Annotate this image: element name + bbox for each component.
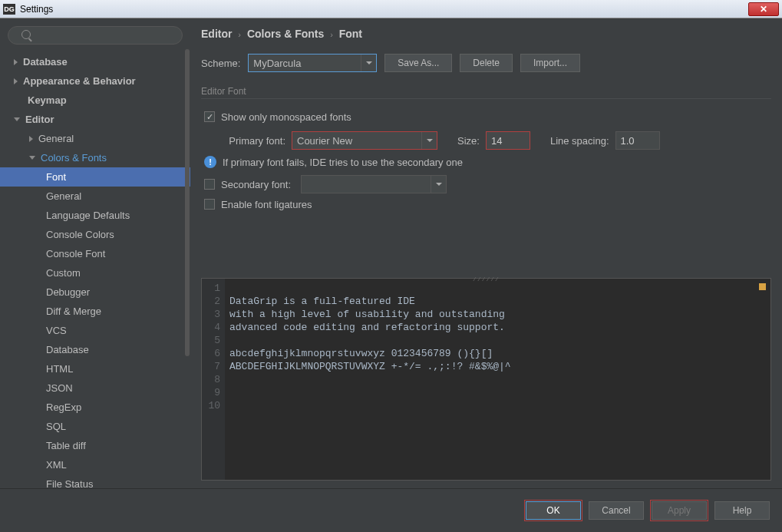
sidebar-item-file-status[interactable]: File Status [0, 474, 190, 488]
resize-handle-icon[interactable]: ////// [473, 276, 500, 283]
sidebar-item-label: XML [46, 459, 67, 471]
import-button[interactable]: Import... [520, 54, 580, 72]
save-as-button[interactable]: Save As... [384, 54, 452, 72]
main-panel: Editor › Colors & Fonts › Font Scheme: M… [190, 18, 782, 488]
size-label: Size: [457, 135, 480, 147]
sidebar-item-database[interactable]: Database [0, 52, 190, 71]
sidebar-item-sql[interactable]: SQL [0, 417, 190, 436]
secondary-font-select[interactable] [301, 175, 447, 193]
preview-code[interactable]: DataGrip is a full-featured IDE with a h… [225, 279, 770, 480]
sidebar-item-table-diff[interactable]: Table diff [0, 436, 190, 455]
breadcrumb: Editor › Colors & Fonts › Font [201, 28, 771, 40]
settings-tree: Database Appearance & Behavior Keymap Ed… [0, 52, 190, 488]
button-label: Delete [473, 58, 500, 68]
line-number: 1 [202, 282, 220, 295]
sidebar-item-label: Console Colors [46, 229, 114, 240]
sidebar-item-console-font[interactable]: Console Font [0, 244, 190, 263]
dropdown-icon [421, 132, 437, 149]
line-number: 8 [202, 373, 220, 386]
sidebar-item-label: Diff & Merge [46, 306, 101, 317]
sidebar-item-custom[interactable]: Custom [0, 263, 190, 283]
button-label: Help [733, 505, 752, 516]
primary-font-value: Courier New [297, 135, 352, 147]
line-number: 3 [202, 308, 220, 321]
line-number: 5 [202, 334, 220, 347]
breadcrumb-sep: › [238, 30, 241, 39]
scheme-value: MyDarcula [253, 58, 301, 69]
sidebar-item-debugger[interactable]: Debugger [0, 283, 190, 302]
chevron-down-icon [29, 156, 35, 160]
ok-button[interactable]: OK [526, 501, 581, 520]
breadcrumb-sep: › [330, 30, 333, 39]
sidebar-item-label: Debugger [46, 286, 90, 298]
cancel-button[interactable]: Cancel [589, 501, 644, 520]
chevron-down-icon [14, 117, 20, 121]
chevron-right-icon [14, 59, 18, 65]
size-value: 14 [491, 135, 502, 147]
sidebar-item-label: Language Defaults [46, 210, 130, 221]
sidebar-item-label: Font [46, 171, 66, 183]
sidebar-item-colors-fonts[interactable]: Colors & Fonts [0, 148, 190, 167]
preview-gutter: 1 2 3 4 5 6 7 8 9 10 [202, 279, 225, 480]
code-line: with a high level of usability and outst… [229, 309, 505, 320]
sidebar-item-language-defaults[interactable]: Language Defaults [0, 206, 190, 225]
sidebar-item-general[interactable]: General [0, 129, 190, 148]
code-line: ABCDEFGHIJKLMNOPQRSTUVWXYZ +-*/= .,;:!? … [229, 361, 511, 372]
sidebar-item-html[interactable]: HTML [0, 359, 190, 378]
dropdown-icon [431, 176, 446, 193]
help-button[interactable]: Help [714, 501, 770, 520]
close-button[interactable]: ✕ [748, 2, 779, 16]
sidebar-item-label: Custom [46, 267, 81, 279]
chevron-right-icon [29, 136, 33, 142]
size-input[interactable]: 14 [486, 131, 530, 150]
sidebar-item-database2[interactable]: Database [0, 340, 190, 359]
ligatures-label: Enable font ligatures [221, 199, 312, 210]
group-title: Editor Font [201, 86, 771, 99]
sidebar-item-json[interactable]: JSON [0, 378, 190, 398]
sidebar-item-label: SQL [46, 421, 66, 432]
show-mono-checkbox[interactable]: ✓ [204, 111, 215, 122]
dialog-footer: OK Cancel Apply Help [0, 488, 782, 531]
code-line: advanced code editing and refactoring su… [229, 322, 505, 333]
apply-button[interactable]: Apply [652, 501, 707, 520]
button-label: Import... [533, 58, 567, 68]
dropdown-icon [361, 55, 376, 71]
secondary-font-label: Secondary font: [221, 179, 295, 190]
line-spacing-input[interactable]: 1.0 [615, 131, 660, 150]
code-line: abcdefghijklmnopqrstuvwxyz 0123456789 ()… [229, 348, 493, 359]
sidebar-item-regexp[interactable]: RegExp [0, 398, 190, 417]
sidebar-item-xml[interactable]: XML [0, 455, 190, 474]
breadcrumb-colors-fonts[interactable]: Colors & Fonts [247, 28, 324, 40]
titlebar: DG Settings ✕ [0, 0, 782, 18]
line-number: 10 [202, 399, 220, 412]
button-label: Cancel [602, 505, 630, 516]
sidebar-item-keymap[interactable]: Keymap [0, 91, 190, 110]
sidebar-item-vcs[interactable]: VCS [0, 321, 190, 340]
primary-font-select[interactable]: Courier New [292, 131, 437, 150]
sidebar-item-label: Colors & Fonts [41, 152, 107, 164]
sidebar-item-console-colors[interactable]: Console Colors [0, 225, 190, 244]
secondary-font-checkbox[interactable] [204, 179, 215, 190]
breadcrumb-editor[interactable]: Editor [201, 28, 232, 40]
sidebar-item-label: Database [23, 56, 68, 68]
delete-button[interactable]: Delete [460, 54, 513, 72]
sidebar-item-label: Keymap [28, 94, 67, 106]
sidebar-item-label: File Status [46, 478, 93, 488]
font-preview: ////// 1 2 3 4 5 6 7 8 9 10 DataGrip is … [201, 278, 771, 481]
sidebar-item-font[interactable]: Font [0, 167, 190, 187]
sidebar-scrollbar[interactable] [185, 49, 190, 356]
sidebar-item-appearance[interactable]: Appearance & Behavior [0, 71, 190, 91]
button-label: Save As... [398, 58, 439, 68]
search-input[interactable] [8, 26, 183, 45]
ligatures-checkbox[interactable] [204, 199, 215, 210]
chevron-right-icon [14, 78, 18, 84]
scheme-select[interactable]: MyDarcula [248, 54, 377, 72]
line-number: 4 [202, 321, 220, 334]
sidebar-item-diff-merge[interactable]: Diff & Merge [0, 302, 190, 321]
sidebar-item-general2[interactable]: General [0, 187, 190, 206]
primary-font-label: Primary font: [224, 135, 285, 147]
sidebar-item-editor[interactable]: Editor [0, 110, 190, 129]
line-number: 2 [202, 295, 220, 308]
sidebar-item-label: Console Font [46, 248, 105, 259]
line-number: 7 [202, 360, 220, 373]
